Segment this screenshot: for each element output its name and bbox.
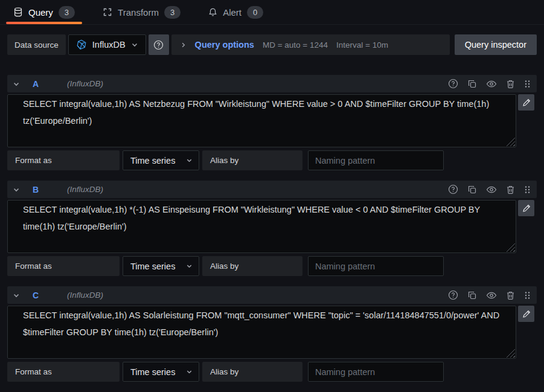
query-options-label: Query options [195,40,254,50]
query-header[interactable]: A (InfluxDB) [7,75,537,92]
naming-pattern-input[interactable] [308,256,444,276]
pencil-icon [522,204,531,213]
bell-icon [208,7,217,17]
tab-transform[interactable]: Transform 3 [94,0,189,24]
format-as-value: Time series [130,156,175,165]
format-as-label: Format as [7,362,120,382]
query-options-toggle[interactable]: Query options MD = auto = 1244 Interval … [171,34,450,55]
drag-handle-icon[interactable] [524,185,531,194]
disable-query-eye-icon[interactable] [486,80,497,88]
influxdb-logo-icon [76,39,87,50]
interval-stat: Interval = 10m [336,40,388,50]
datasource-picker[interactable]: InfluxDB [68,34,146,55]
format-as-value: Time series [130,367,175,377]
active-tab-underline [6,22,82,24]
edit-query-pencil-button[interactable] [518,94,534,111]
format-as-label: Format as [7,256,120,276]
influxql-query-textarea[interactable]: SELECT integral(value,1h) *(-1) AS Einsp… [7,200,516,253]
chevron-down-icon [186,368,193,375]
collapse-caret-icon[interactable] [13,80,20,88]
edit-query-pencil-button[interactable] [518,306,534,322]
database-icon [13,7,23,17]
query-row-c: C (InfluxDB) [7,286,537,382]
tab-count-badge: 3 [164,6,181,19]
naming-pattern-input[interactable] [308,150,444,170]
help-circle-icon[interactable] [448,79,458,89]
help-circle-icon [153,40,164,50]
query-refid: B [33,185,41,194]
alias-by-label: Alias by [202,362,302,382]
disable-query-eye-icon[interactable] [486,185,497,194]
tab-alert[interactable]: Alert 0 [200,0,272,24]
delete-query-trash-icon[interactable] [506,79,515,89]
collapse-caret-icon[interactable] [13,292,20,299]
tab-count-badge: 0 [247,6,263,19]
query-list: A (InfluxDB) [7,75,537,382]
query-header[interactable]: B (InfluxDB) [7,181,537,198]
duplicate-query-icon[interactable] [467,185,477,194]
duplicate-query-icon[interactable] [467,291,477,300]
query-actions [448,184,531,194]
edit-query-pencil-button[interactable] [518,200,534,216]
pencil-icon [522,98,531,107]
datasource-label: Data source [7,34,66,55]
delete-query-trash-icon[interactable] [506,291,515,300]
query-inspector-button[interactable]: Query inspector [455,34,537,55]
naming-pattern-input[interactable] [308,362,444,382]
query-actions [448,79,531,89]
datasource-help-button[interactable] [149,34,169,55]
tab-count-badge: 3 [59,6,75,19]
query-datasource-hint: (InfluxDB) [67,185,103,194]
query-header[interactable]: C (InfluxDB) [7,286,537,304]
alias-by-label: Alias by [202,150,302,170]
drag-handle-icon[interactable] [524,79,531,89]
tab-label: Query [28,7,53,18]
format-as-select[interactable]: Time series [123,256,199,276]
influxql-query-textarea[interactable]: SELECT integral(value,1h) AS Solarleistu… [7,306,516,359]
tab-label: Transform [118,7,159,18]
help-circle-icon[interactable] [448,290,458,300]
format-as-select[interactable]: Time series [123,362,199,382]
format-as-value: Time series [130,262,175,271]
format-as-label: Format as [7,150,120,170]
chevron-down-icon [131,41,138,48]
datasource-value: InfluxDB [92,40,126,50]
influxql-query-textarea[interactable]: SELECT integral(value,1h) AS Netzbezug F… [7,94,516,147]
datasource-toolbar: Data source InfluxDB Query options MD = … [7,34,537,55]
max-datapoints-stat: MD = auto = 1244 [263,40,328,50]
transform-icon [103,7,112,17]
tab-label: Alert [223,7,242,18]
format-as-select[interactable]: Time series [123,150,199,170]
pencil-icon [522,310,531,318]
query-row-a: A (InfluxDB) [7,75,537,170]
editor-tabbar: Query 3 Transform 3 Alert 0 [0,0,544,25]
collapse-caret-icon[interactable] [13,186,20,193]
drag-handle-icon[interactable] [524,291,531,300]
delete-query-trash-icon[interactable] [506,185,515,194]
query-datasource-hint: (InfluxDB) [67,291,103,300]
query-refid: A [33,79,41,89]
query-row-b: B (InfluxDB) [7,181,537,276]
query-refid: C [33,291,41,300]
tab-query[interactable]: Query 3 [5,0,83,24]
duplicate-query-icon[interactable] [467,79,477,89]
alias-by-label: Alias by [202,256,302,276]
query-actions [448,290,531,300]
query-datasource-hint: (InfluxDB) [67,79,103,88]
help-circle-icon[interactable] [448,184,458,194]
disable-query-eye-icon[interactable] [486,291,497,300]
chevron-down-icon [186,157,193,164]
chevron-right-icon [180,42,187,48]
chevron-down-icon [186,263,193,269]
